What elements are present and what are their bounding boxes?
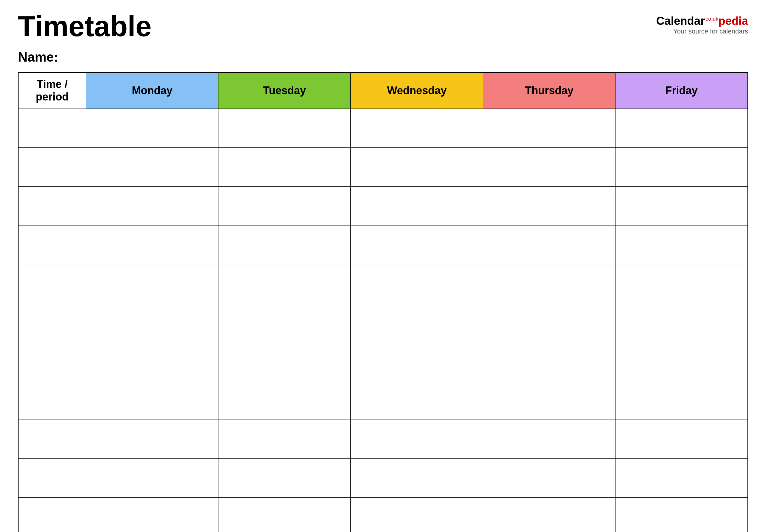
table-row	[18, 225, 748, 264]
table-cell[interactable]	[86, 187, 218, 225]
table-cell[interactable]	[483, 225, 615, 264]
table-cell[interactable]	[18, 303, 86, 342]
table-cell[interactable]	[616, 264, 748, 303]
table-cell[interactable]	[351, 303, 483, 342]
logo-tagline: Your source for calendars	[673, 28, 748, 35]
table-cell[interactable]	[218, 342, 351, 381]
table-cell[interactable]	[483, 498, 615, 532]
table-cell[interactable]	[218, 420, 351, 459]
table-cell[interactable]	[86, 381, 218, 420]
table-cell[interactable]	[218, 148, 351, 187]
table-row	[18, 420, 748, 459]
table-cell[interactable]	[351, 264, 483, 303]
table-cell[interactable]	[218, 109, 351, 148]
table-cell[interactable]	[616, 459, 748, 498]
table-cell[interactable]	[218, 381, 351, 420]
timetable-body	[18, 109, 748, 532]
table-cell[interactable]	[18, 109, 86, 148]
table-cell[interactable]	[86, 109, 218, 148]
table-row	[18, 148, 748, 187]
table-cell[interactable]	[483, 420, 615, 459]
table-cell[interactable]	[218, 303, 351, 342]
table-row	[18, 381, 748, 420]
table-cell[interactable]	[351, 342, 483, 381]
table-row	[18, 459, 748, 498]
table-cell[interactable]	[351, 187, 483, 225]
col-header-thursday: Thursday	[483, 72, 615, 109]
col-header-friday: Friday	[616, 72, 748, 109]
table-row	[18, 303, 748, 342]
table-cell[interactable]	[218, 264, 351, 303]
table-cell[interactable]	[218, 187, 351, 225]
table-cell[interactable]	[86, 498, 218, 532]
name-row: Name:	[18, 50, 748, 65]
table-cell[interactable]	[483, 187, 615, 225]
table-cell[interactable]	[351, 420, 483, 459]
table-cell[interactable]	[218, 459, 351, 498]
table-cell[interactable]	[18, 187, 86, 225]
table-cell[interactable]	[18, 420, 86, 459]
table-cell[interactable]	[616, 498, 748, 532]
table-row	[18, 187, 748, 225]
table-cell[interactable]	[351, 225, 483, 264]
logo-calendar: Calendar	[656, 15, 705, 27]
col-header-wednesday: Wednesday	[351, 72, 483, 109]
logo-couk: co.uk	[706, 16, 718, 22]
table-cell[interactable]	[18, 381, 86, 420]
table-row	[18, 342, 748, 381]
table-cell[interactable]	[616, 225, 748, 264]
table-cell[interactable]	[351, 498, 483, 532]
table-cell[interactable]	[483, 109, 615, 148]
timetable: Time / period Monday Tuesday Wednesday T…	[18, 72, 748, 532]
header-row: Time / period Monday Tuesday Wednesday T…	[18, 72, 748, 109]
table-cell[interactable]	[18, 225, 86, 264]
table-cell[interactable]	[351, 148, 483, 187]
table-cell[interactable]	[86, 342, 218, 381]
table-row	[18, 498, 748, 532]
table-cell[interactable]	[218, 498, 351, 532]
table-cell[interactable]	[616, 342, 748, 381]
table-cell[interactable]	[351, 459, 483, 498]
table-cell[interactable]	[483, 342, 615, 381]
table-cell[interactable]	[483, 459, 615, 498]
table-cell[interactable]	[616, 148, 748, 187]
logo-pedia: pedia	[718, 15, 748, 27]
table-cell[interactable]	[483, 303, 615, 342]
table-cell[interactable]	[18, 459, 86, 498]
header-area: Timetable Calendarco.ukpedia Your source…	[18, 12, 748, 41]
col-header-time: Time / period	[18, 72, 86, 109]
table-cell[interactable]	[351, 381, 483, 420]
page-title: Timetable	[18, 12, 151, 41]
table-cell[interactable]	[616, 109, 748, 148]
table-cell[interactable]	[86, 148, 218, 187]
table-cell[interactable]	[86, 264, 218, 303]
table-cell[interactable]	[616, 303, 748, 342]
logo-text: Calendarco.ukpedia	[656, 15, 748, 28]
table-cell[interactable]	[86, 420, 218, 459]
table-cell[interactable]	[616, 187, 748, 225]
col-header-tuesday: Tuesday	[218, 72, 351, 109]
table-cell[interactable]	[616, 381, 748, 420]
table-row	[18, 264, 748, 303]
table-cell[interactable]	[218, 225, 351, 264]
table-cell[interactable]	[18, 148, 86, 187]
table-cell[interactable]	[483, 381, 615, 420]
table-cell[interactable]	[616, 420, 748, 459]
table-row	[18, 109, 748, 148]
col-header-monday: Monday	[86, 72, 218, 109]
logo-area: Calendarco.ukpedia Your source for calen…	[656, 12, 748, 35]
table-cell[interactable]	[18, 342, 86, 381]
table-cell[interactable]	[483, 264, 615, 303]
table-cell[interactable]	[483, 148, 615, 187]
table-cell[interactable]	[86, 303, 218, 342]
table-cell[interactable]	[86, 225, 218, 264]
table-cell[interactable]	[18, 498, 86, 532]
table-cell[interactable]	[86, 459, 218, 498]
name-label: Name:	[18, 50, 58, 64]
table-cell[interactable]	[351, 109, 483, 148]
table-cell[interactable]	[18, 264, 86, 303]
